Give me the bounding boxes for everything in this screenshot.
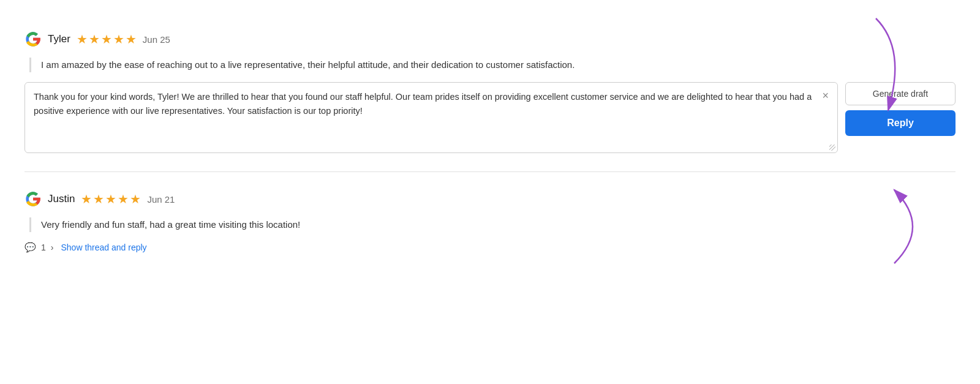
star-j1: ★: [81, 192, 92, 206]
review-text-justin: Very friendly and fun staff, had a great…: [41, 217, 956, 232]
show-thread-link[interactable]: Show thread and reply: [61, 243, 146, 252]
reply-button[interactable]: Reply: [845, 110, 956, 136]
google-icon: [24, 31, 42, 48]
show-thread-row: 💬 1 › Show thread and reply: [24, 242, 956, 253]
comment-icon: 💬: [24, 242, 36, 253]
star-j3: ★: [105, 192, 116, 206]
comment-count: 1: [41, 243, 46, 252]
review-quote-justin: Very friendly and fun staff, had a great…: [29, 217, 956, 232]
stars-tyler: ★ ★ ★ ★ ★: [77, 32, 137, 47]
star-5: ★: [126, 32, 137, 47]
review-tyler: Tyler ★ ★ ★ ★ ★ Jun 25 I am amazed by th…: [24, 18, 956, 165]
star-1: ★: [77, 32, 88, 47]
star-j4: ★: [118, 192, 129, 206]
star-3: ★: [101, 32, 112, 47]
star-j2: ★: [93, 192, 104, 206]
resize-handle[interactable]: [828, 143, 835, 151]
review-date-justin: Jun 21: [147, 194, 175, 205]
star-j5: ★: [130, 192, 141, 206]
review-header-justin: Justin ★ ★ ★ ★ ★ Jun 21: [24, 190, 956, 208]
reviewer-name-justin: Justin: [48, 193, 75, 205]
stars-justin: ★ ★ ★ ★ ★: [81, 192, 141, 206]
star-2: ★: [89, 32, 100, 47]
generate-draft-button[interactable]: Generate draft: [845, 82, 956, 105]
review-date-tyler: Jun 25: [143, 34, 170, 45]
review-header-tyler: Tyler ★ ★ ★ ★ ★ Jun 25: [24, 31, 956, 48]
reply-textarea[interactable]: [25, 83, 837, 150]
reply-buttons: Generate draft Reply: [845, 82, 956, 136]
review-justin: Justin ★ ★ ★ ★ ★ Jun 21 Very friendly an…: [24, 178, 956, 265]
chevron-right-icon: ›: [51, 243, 54, 252]
review-quote-tyler: I am amazed by the ease of reaching out …: [29, 58, 956, 72]
star-4: ★: [113, 32, 124, 47]
reviewer-name-tyler: Tyler: [48, 33, 70, 45]
page-wrapper: Tyler ★ ★ ★ ★ ★ Jun 25 I am amazed by th…: [24, 18, 956, 265]
reply-area-tyler: × Generate draft Reply: [24, 82, 956, 153]
google-icon-justin: [24, 190, 42, 208]
divider-1: [24, 171, 956, 172]
clear-button[interactable]: ×: [820, 89, 831, 102]
review-text-tyler: I am amazed by the ease of reaching out …: [41, 58, 956, 72]
reply-textarea-container: ×: [24, 82, 838, 153]
